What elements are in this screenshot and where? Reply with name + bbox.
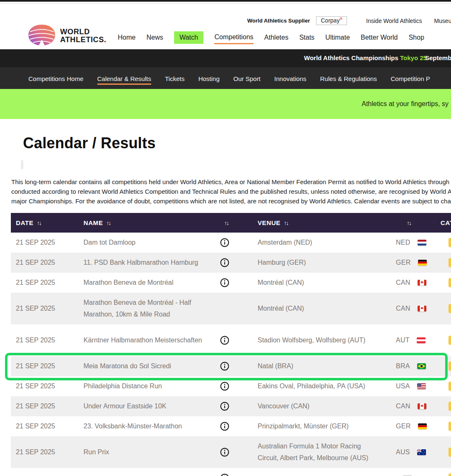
event-venue: Amsterdam (NED) <box>246 233 383 253</box>
subnav-item-innovations[interactable]: Innovations <box>274 72 307 85</box>
info-icon[interactable] <box>220 336 229 345</box>
sort-icon[interactable]: ↑↓ <box>106 220 111 226</box>
sort-icon[interactable]: ↑↓ <box>37 220 41 226</box>
main-nav-item-better-world[interactable]: Better World <box>361 31 398 44</box>
column-header-venue[interactable]: VENUE↑↓ <box>246 219 383 226</box>
info-icon[interactable] <box>220 422 229 431</box>
country-code: USA <box>396 382 410 390</box>
main-nav-item-watch[interactable]: Watch <box>174 31 204 44</box>
event-country: NED <box>383 233 430 253</box>
link-inside-world-athletics[interactable]: Inside World Athletics <box>366 18 422 24</box>
site-header: WORLD ATHLETICS. World Athletics Supplie… <box>0 4 451 49</box>
info-icon[interactable] <box>220 238 229 247</box>
link-museum[interactable]: Museum <box>434 18 451 24</box>
table-row[interactable]: 21 SEP 2025Kärntner Halbmarathon Meister… <box>11 324 451 356</box>
event-country: AUS <box>383 436 430 468</box>
subnav-item-calendar-results[interactable]: Calendar & Results <box>97 72 151 85</box>
flag-can-icon <box>418 306 426 311</box>
intro-paragraph: This long-term calendar contains all com… <box>11 177 451 206</box>
category-badge <box>448 258 451 267</box>
event-venue: Prinzipalmarkt, Münster (GER) <box>246 416 383 436</box>
info-icon[interactable] <box>220 402 229 411</box>
calendar-results-table: DATE↑↓ NAME↑↓ ↑↓ VENUE↑↓ ↑↓ CAT 21 SEP 2… <box>11 213 451 476</box>
column-header-info[interactable]: ↑↓ <box>204 220 246 226</box>
column-header-date[interactable]: DATE↑↓ <box>11 219 79 226</box>
subnav-item-tickets[interactable]: Tickets <box>165 72 185 85</box>
country-code: AUS <box>396 448 410 456</box>
table-row[interactable]: 21 SEP 2025Marathon Beneva de MontréalMo… <box>11 273 451 293</box>
event-name: Kärntner Halbmarathon Meisterschaften <box>79 324 204 356</box>
column-header-category[interactable]: CAT <box>430 219 451 226</box>
sort-icon[interactable]: ↑↓ <box>284 220 288 226</box>
country-code: NED <box>396 239 410 246</box>
main-nav-item-athletes[interactable]: Athletes <box>264 31 289 44</box>
event-venue: Australian Formula 1 Motor Racing Circui… <box>246 436 383 468</box>
sort-icon[interactable]: ↑↓ <box>224 220 228 226</box>
supplier-label: World Athletics Supplier <box>247 18 310 24</box>
table-row[interactable]: 21 SEP 2025Philadelphia Distance RunEaki… <box>11 376 451 396</box>
subnav-item-hosting[interactable]: Hosting <box>198 72 220 85</box>
info-cell <box>204 324 246 356</box>
event-name: Meia Maratona do Sol Sicredi <box>79 356 204 376</box>
main-nav-item-stats[interactable]: Stats <box>299 31 314 44</box>
category-cell <box>430 233 451 253</box>
subnav-item-rules-regulations[interactable]: Rules & Regulations <box>320 72 377 85</box>
info-cell <box>204 233 246 253</box>
intro-line: This long-term calendar contains all com… <box>11 177 451 187</box>
main-nav-item-competitions[interactable]: Competitions <box>214 31 253 44</box>
flag-bra-icon <box>417 363 426 369</box>
country-code: GER <box>396 423 411 430</box>
table-row[interactable]: 21 SEP 2025Meia Maratona do Sol SicrediN… <box>11 356 451 376</box>
category-badge <box>448 473 451 476</box>
category-badge <box>448 382 451 391</box>
logo-wordmark: WORLD ATHLETICS. <box>60 28 106 44</box>
championship-bar[interactable]: World Athletics Championships Tokyo 25 S… <box>0 49 451 67</box>
flag-can-icon <box>418 280 426 286</box>
event-date: 21 SEP 2025 <box>11 253 79 273</box>
info-icon[interactable] <box>220 473 229 476</box>
promo-banner[interactable]: Athletics at your fingertips, sy <box>0 89 451 119</box>
event-venue: Montréal (CAN) <box>246 273 383 293</box>
flag-aut-icon <box>417 337 426 343</box>
event-country: GER <box>383 253 430 273</box>
column-header-country[interactable]: ↑↓ <box>383 220 430 226</box>
event-country: USA <box>383 376 430 396</box>
event-date: 21 SEP 2025 <box>11 293 79 324</box>
event-venue: Hamburg (GER) <box>246 253 383 273</box>
column-header-name[interactable]: NAME↑↓ <box>79 219 204 226</box>
info-icon[interactable] <box>220 382 229 391</box>
country-code: AUT <box>396 337 410 344</box>
sort-icon[interactable]: ↑↓ <box>407 220 411 226</box>
info-icon[interactable] <box>220 448 229 457</box>
info-icon[interactable] <box>220 278 229 287</box>
table-header-row: DATE↑↓ NAME↑↓ ↑↓ VENUE↑↓ ↑↓ CAT <box>11 213 451 233</box>
main-nav: HomeNewsWatchCompetitionsAthletesStatsUl… <box>118 30 424 45</box>
event-country: CAN <box>383 293 430 324</box>
info-icon[interactable] <box>220 258 229 267</box>
subnav-item-competitions-home[interactable]: Competitions Home <box>28 72 84 85</box>
table-row[interactable]: 21 SEP 2025Run PrixAustralian Formula 1 … <box>11 436 451 468</box>
info-icon[interactable] <box>220 362 229 371</box>
corpay-logo[interactable]: Corpay^ <box>316 16 347 25</box>
main-nav-item-news[interactable]: News <box>147 31 163 44</box>
main-nav-item-shop[interactable]: Shop <box>408 31 424 44</box>
event-date: 21 SEP 2025 <box>11 396 79 416</box>
table-row[interactable]: 21 SEP 2025Marathon Beneva de Montréal -… <box>11 293 451 324</box>
category-cell <box>430 376 451 396</box>
category-cell <box>430 436 451 468</box>
world-athletics-logo[interactable]: WORLD ATHLETICS. <box>27 24 106 48</box>
subnav-item-our-sport[interactable]: Our Sport <box>233 72 261 85</box>
country-code: CAN <box>396 403 410 410</box>
main-nav-item-ultimate[interactable]: Ultimate <box>325 31 350 44</box>
table-row[interactable]: 21 SEP 202511. PSD Bank Halbmarathon Ham… <box>11 253 451 273</box>
subnav-item-competition-p[interactable]: Competition P <box>390 72 430 85</box>
table-row-partial[interactable] <box>11 468 451 476</box>
table-row[interactable]: 21 SEP 2025Under Armour Eastside 10KVanc… <box>11 396 451 416</box>
event-name: Run Prix <box>79 436 204 468</box>
table-row[interactable]: 21 SEP 202523. Volksbank-Münster-Maratho… <box>11 416 451 436</box>
main-nav-item-home[interactable]: Home <box>118 31 136 44</box>
table-row[interactable]: 21 SEP 2025Dam tot DamloopAmsterdam (NED… <box>11 233 451 253</box>
event-venue: Montréal (CAN) <box>246 293 383 324</box>
event-venue <box>246 468 383 476</box>
category-cell <box>430 396 451 416</box>
